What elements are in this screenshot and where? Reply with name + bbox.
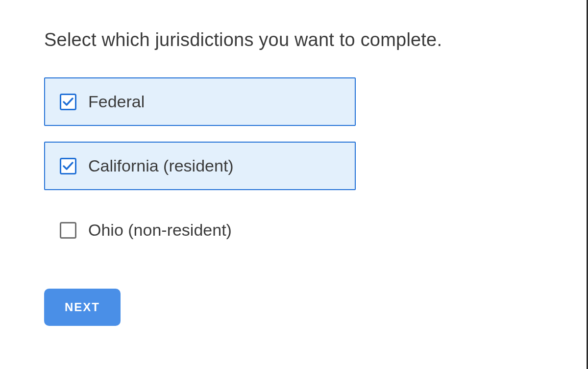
checkbox-federal[interactable] <box>60 94 76 110</box>
checkbox-ohio[interactable] <box>60 222 76 239</box>
option-label: Ohio (non-resident) <box>88 221 232 240</box>
next-button[interactable]: NEXT <box>44 289 121 326</box>
option-label: California (resident) <box>88 156 234 175</box>
option-label: Federal <box>88 92 145 111</box>
checkbox-california[interactable] <box>60 158 76 174</box>
option-list: Federal California (resident) Ohio (non-… <box>44 77 542 254</box>
jurisdiction-form: Select which jurisdictions you want to c… <box>0 0 587 355</box>
page-heading: Select which jurisdictions you want to c… <box>44 29 542 50</box>
option-california[interactable]: California (resident) <box>44 142 356 190</box>
checkmark-icon <box>63 98 74 106</box>
option-federal[interactable]: Federal <box>44 77 356 126</box>
checkmark-icon <box>63 162 74 171</box>
option-ohio[interactable]: Ohio (non-resident) <box>44 206 356 254</box>
